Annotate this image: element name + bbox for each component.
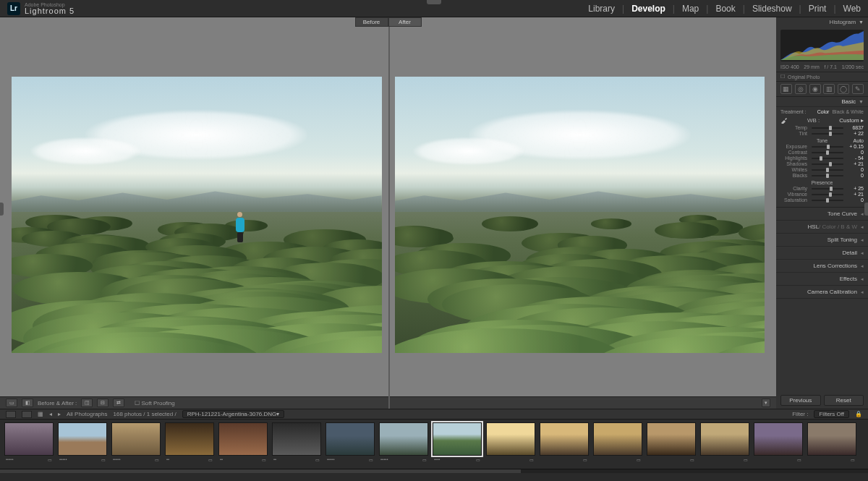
current-file[interactable]: RPH-121221-Argentina-3076.DNG ▾ xyxy=(182,410,285,418)
redeye-tool-icon[interactable]: ◉ xyxy=(809,84,821,94)
local-tools: ▦ ◎ ◉ ▥ ◯ ✎ xyxy=(776,82,868,97)
spot-tool-icon[interactable]: ◎ xyxy=(795,84,807,94)
thumbnail[interactable]: ▭ xyxy=(540,422,589,463)
before-after-label: Before & After : xyxy=(38,400,77,406)
gradient-tool-icon[interactable]: ▥ xyxy=(823,84,835,94)
thumbnail[interactable]: •••••▭ xyxy=(326,422,375,463)
original-photo-toggle[interactable]: ☐Original Photo xyxy=(776,72,868,82)
histogram-header[interactable]: Histogram▼ xyxy=(776,17,868,27)
slider-contrast[interactable]: Contrast 0 xyxy=(780,150,864,155)
app-logo: Lr xyxy=(7,2,20,15)
slider-temp[interactable]: Temp 6837 xyxy=(780,125,864,130)
compare-divider[interactable] xyxy=(388,17,390,409)
thumbnail[interactable]: ▭ xyxy=(647,422,696,463)
ba-layout-tb-icon[interactable]: ⊟ xyxy=(97,399,109,407)
thumbnail[interactable]: ▭ xyxy=(807,422,856,463)
nav-back-icon[interactable]: ◂ xyxy=(49,411,52,417)
previous-button[interactable]: Previous xyxy=(780,395,821,406)
slider-vibrance[interactable]: Vibrance + 21 xyxy=(780,192,864,197)
grid-icon[interactable]: ▦ xyxy=(38,411,43,417)
slider-whites[interactable]: Whites 0 xyxy=(780,167,864,172)
loupe-view-icon[interactable]: ▭ xyxy=(6,399,17,407)
basic-header[interactable]: Basic▼ xyxy=(776,97,868,107)
panel-detail[interactable]: Detail◂ xyxy=(776,247,868,260)
panel-split-toning[interactable]: Split Toning◂ xyxy=(776,234,868,247)
thumbnail[interactable]: ••▭ xyxy=(165,422,214,463)
filmstrip[interactable]: •••••▭ •••••▭ •••••▭ ••▭ ••▭ ••▭ •••••▭ … xyxy=(0,420,868,469)
thumbnail[interactable]: ▭ xyxy=(593,422,642,463)
main-window-icon[interactable] xyxy=(6,411,16,418)
exif-strip: ISO 40029 mmf / 7.11/200 sec xyxy=(776,64,868,72)
filter-preset[interactable]: Filters Off xyxy=(814,410,849,418)
brush-tool-icon[interactable]: ✎ xyxy=(852,84,864,94)
slider-clarity[interactable]: Clarity + 25 xyxy=(780,186,864,191)
module-web[interactable]: Web xyxy=(843,4,861,14)
wb-label: WB : xyxy=(788,117,839,124)
slider-exposure[interactable]: Exposure + 0.15 xyxy=(780,144,864,149)
panel-toggle-top[interactable] xyxy=(427,0,441,4)
basic-panel: Treatment : ColorBlack & White WB : Cust… xyxy=(776,107,868,208)
thumbnail[interactable]: ▭ xyxy=(700,422,749,463)
reset-button[interactable]: Reset xyxy=(824,395,864,406)
thumbnail[interactable]: ▭ xyxy=(754,422,803,463)
slider-highlights[interactable]: Highlights - 54 xyxy=(780,156,864,161)
module-develop[interactable]: Develop xyxy=(631,4,665,14)
thumbnail[interactable]: •••••▭ xyxy=(4,422,54,463)
second-window-icon[interactable] xyxy=(22,411,32,418)
nav-fwd-icon[interactable]: ▸ xyxy=(58,411,61,417)
topbar: Lr Adobe Photoshop Lightroom 5 Library|D… xyxy=(0,0,868,17)
before-canvas[interactable] xyxy=(12,77,382,353)
filmstrip-scrollbar[interactable] xyxy=(0,469,868,473)
count-label: 168 photos / 1 selected / xyxy=(113,411,176,417)
treatment-black-white[interactable]: Black & White xyxy=(832,109,864,114)
ba-swap-icon[interactable]: ⇄ xyxy=(113,399,124,407)
toolbar-collapse-icon[interactable]: ▾ xyxy=(762,399,770,407)
module-slideshow[interactable]: Slideshow xyxy=(752,4,792,14)
tab-before[interactable]: Before xyxy=(355,17,388,27)
filmstrip-header: ▦ ◂ ▸ All Photographs 168 photos / 1 sel… xyxy=(0,409,868,420)
panel-hsl-color-b-w[interactable]: HSL / Color / B & W◂ xyxy=(776,221,868,234)
app-name: Lightroom 5 xyxy=(25,7,75,15)
wb-dropper-icon[interactable] xyxy=(780,116,788,124)
treatment-label: Treatment : xyxy=(780,109,807,114)
histogram[interactable] xyxy=(780,30,864,61)
panel-tone-curve[interactable]: Tone Curve◂ xyxy=(776,208,868,221)
panel-camera-calibration[interactable]: Camera Calibration◂ xyxy=(776,286,868,299)
panel-lens-corrections[interactable]: Lens Corrections◂ xyxy=(776,260,868,273)
slider-shadows[interactable]: Shadows + 21 xyxy=(780,161,864,166)
wb-preset[interactable]: Custom ▸ xyxy=(839,117,864,124)
module-book[interactable]: Book xyxy=(715,4,735,14)
module-library[interactable]: Library xyxy=(588,4,615,14)
ba-layout-lr-icon[interactable]: ◫ xyxy=(81,399,93,407)
panel-effects[interactable]: Effects◂ xyxy=(776,273,868,286)
soft-proofing-toggle[interactable]: ☐ Soft Proofing xyxy=(135,400,174,406)
after-canvas[interactable] xyxy=(395,77,765,353)
treatment-color[interactable]: Color xyxy=(817,109,830,114)
slider-tint[interactable]: Tint + 22 xyxy=(780,131,864,136)
thumbnail[interactable]: •••••▭ xyxy=(379,422,428,463)
radial-tool-icon[interactable]: ◯ xyxy=(838,84,849,94)
thumbnail[interactable]: •••••▭ xyxy=(58,422,107,463)
filter-label: Filter : xyxy=(792,411,808,417)
thumbnail[interactable]: ••••▭ xyxy=(433,422,482,463)
panel-toggle-left[interactable] xyxy=(0,203,4,216)
crop-tool-icon[interactable]: ▦ xyxy=(780,84,792,94)
tab-after[interactable]: After xyxy=(388,17,422,27)
brand: Lr Adobe Photoshop Lightroom 5 xyxy=(7,2,75,15)
slider-blacks[interactable]: Blacks 0 xyxy=(780,173,864,178)
module-picker: Library|Develop|Map|Book|Slideshow|Print… xyxy=(588,4,861,14)
treatment-options: ColorBlack & White xyxy=(814,109,864,114)
module-map[interactable]: Map xyxy=(682,4,699,14)
thumbnail[interactable]: ▭ xyxy=(486,422,535,463)
slider-saturation[interactable]: Saturation 0 xyxy=(780,197,864,203)
source-label[interactable]: All Photographs xyxy=(67,411,107,417)
filter-lock-icon[interactable]: 🔒 xyxy=(855,411,862,417)
thumbnail[interactable]: •••••▭ xyxy=(111,422,161,463)
thumbnail[interactable]: ••▭ xyxy=(272,422,321,463)
develop-panel: Histogram▼ ISO 40029 mmf / 7.11/200 sec … xyxy=(776,17,868,409)
compare-view-icon[interactable]: ◧ xyxy=(22,399,33,407)
thumbnail[interactable]: ••▭ xyxy=(218,422,268,463)
before-after-tabs: Before After xyxy=(355,17,422,27)
module-print[interactable]: Print xyxy=(809,4,827,14)
panel-toggle-right[interactable] xyxy=(864,203,868,216)
